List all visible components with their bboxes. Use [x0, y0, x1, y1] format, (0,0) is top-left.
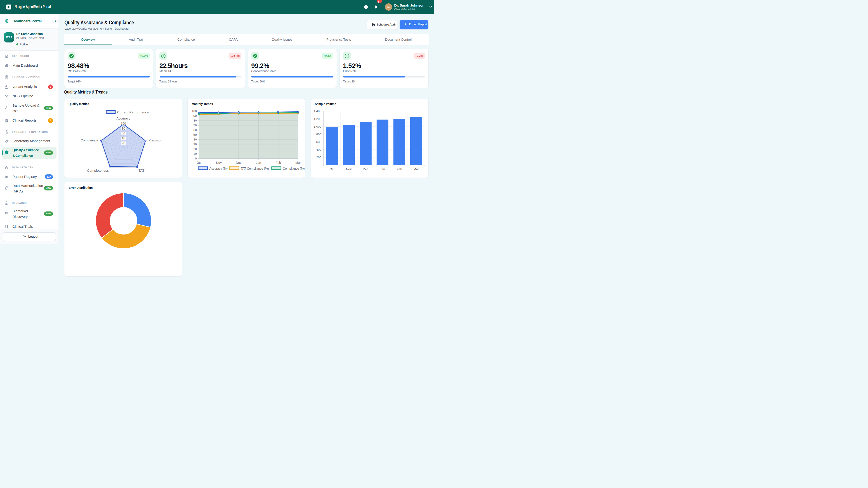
svg-text:Oct: Oct	[330, 167, 335, 171]
svg-text:200: 200	[316, 156, 321, 159]
svg-text:Jan: Jan	[256, 161, 261, 164]
svg-text:Jan: Jan	[380, 167, 385, 171]
svg-text:Nov: Nov	[346, 167, 352, 171]
svg-text:400: 400	[316, 148, 321, 151]
svg-text:Compliance (%): Compliance (%)	[283, 167, 305, 170]
svg-text:20: 20	[122, 141, 125, 145]
svg-text:70: 70	[193, 124, 197, 127]
svg-text:Compliance: Compliance	[81, 138, 98, 142]
svg-text:80: 80	[122, 127, 125, 130]
svg-text:Mar: Mar	[413, 167, 419, 171]
svg-text:0: 0	[320, 163, 321, 167]
svg-text:Completeness: Completeness	[87, 168, 109, 172]
svg-text:TAT Compliance (%): TAT Compliance (%)	[241, 167, 269, 170]
svg-text:0: 0	[195, 157, 197, 160]
svg-text:Feb: Feb	[276, 161, 281, 164]
svg-text:30: 30	[193, 142, 197, 146]
svg-text:60: 60	[193, 128, 197, 132]
svg-text:1,400: 1,400	[314, 109, 321, 113]
svg-text:Accuracy (%): Accuracy (%)	[209, 167, 228, 170]
svg-text:Nov: Nov	[216, 161, 222, 164]
svg-text:Dec: Dec	[363, 167, 368, 171]
svg-text:Current Performance: Current Performance	[117, 110, 149, 114]
svg-text:60: 60	[122, 131, 125, 135]
svg-text:Dec: Dec	[236, 161, 241, 164]
svg-text:Mar: Mar	[296, 161, 301, 164]
svg-text:TAT: TAT	[138, 168, 145, 172]
svg-text:Accuracy: Accuracy	[116, 116, 130, 120]
svg-text:1,000: 1,000	[314, 125, 321, 128]
svg-text:10: 10	[193, 152, 197, 156]
svg-text:90: 90	[193, 114, 197, 118]
svg-text:40: 40	[193, 138, 197, 141]
svg-text:Oct: Oct	[197, 161, 202, 164]
svg-text:800: 800	[316, 133, 321, 136]
svg-text:100: 100	[121, 122, 126, 125]
svg-text:Feb: Feb	[397, 167, 402, 171]
svg-text:Precision: Precision	[149, 138, 162, 142]
svg-text:100: 100	[192, 109, 197, 113]
svg-text:1,200: 1,200	[314, 117, 321, 121]
svg-text:80: 80	[193, 119, 197, 122]
svg-text:20: 20	[193, 147, 197, 151]
svg-text:50: 50	[193, 133, 197, 136]
svg-text:40: 40	[122, 136, 125, 140]
svg-text:600: 600	[316, 140, 321, 144]
